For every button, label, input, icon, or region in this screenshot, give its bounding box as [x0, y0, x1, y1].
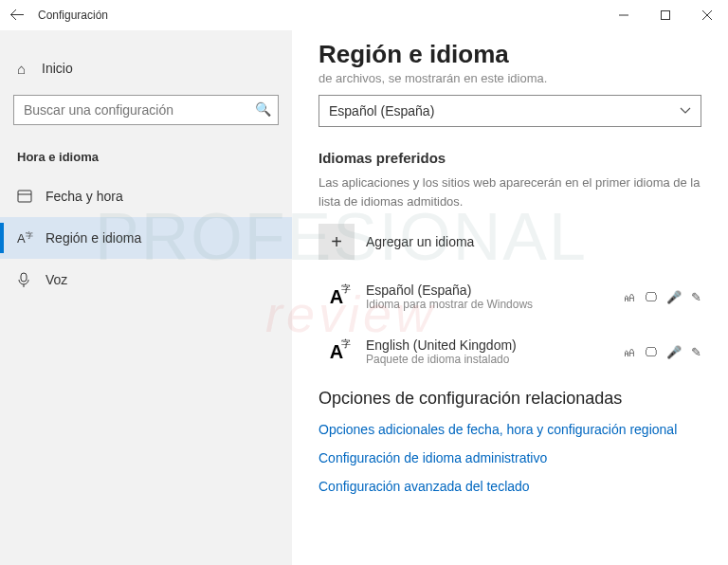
language-sub: Idioma para mostrar de Windows	[366, 298, 533, 311]
back-button[interactable]: 🡠	[9, 7, 38, 24]
related-settings: Opciones de configuración relacionadas O…	[318, 389, 701, 494]
minimize-icon	[619, 10, 628, 20]
preferred-languages-desc: Las aplicaciones y los sitios web aparec…	[318, 173, 701, 210]
svg-rect-1	[662, 11, 670, 20]
clock-icon	[17, 189, 46, 204]
svg-rect-4	[18, 191, 31, 202]
plus-icon: +	[318, 224, 355, 260]
page-title: Región e idioma	[318, 40, 701, 69]
tts-icon: 🗚	[623, 345, 635, 359]
handwriting-icon: ✎	[691, 345, 701, 359]
language-glyph-icon: A字	[318, 334, 355, 370]
svg-rect-6	[21, 273, 27, 282]
nav-voz[interactable]: Voz	[0, 259, 292, 301]
speech-icon: 🖵	[645, 290, 657, 304]
nav-label: Voz	[46, 272, 67, 287]
dropdown-value: Español (España)	[329, 103, 434, 118]
related-link-regional[interactable]: Opciones adicionales de fecha, hora y co…	[318, 422, 701, 437]
chevron-down-icon	[680, 107, 691, 115]
nav-label: Región e idioma	[46, 230, 141, 246]
language-item-es[interactable]: A字 Español (España) Idioma para mostrar …	[318, 279, 701, 315]
language-glyph-icon: A字	[318, 279, 355, 315]
nav-fecha-y-hora[interactable]: Fecha y hora	[0, 175, 292, 217]
main-content: Región e idioma de archivos, se mostrará…	[292, 30, 728, 565]
nav-label: Fecha y hora	[46, 189, 123, 204]
window-controls	[603, 0, 728, 30]
language-sub: Paquete de idioma instalado	[366, 353, 517, 366]
sidebar: ⌂ Inicio 🔍 Hora e idioma Fecha y hora A字…	[0, 30, 292, 565]
add-language-label: Agregar un idioma	[366, 234, 474, 249]
home-icon: ⌂	[17, 61, 42, 77]
related-link-keyboard[interactable]: Configuración avanzada del teclado	[318, 479, 701, 494]
close-button[interactable]	[686, 0, 728, 30]
related-link-admin-language[interactable]: Configuración de idioma administrativo	[318, 450, 701, 465]
maximize-button[interactable]	[645, 0, 686, 30]
maximize-icon	[661, 10, 670, 20]
window-title: Configuración	[38, 9, 108, 22]
handwriting-icon: ✎	[691, 290, 701, 304]
language-name: Español (España)	[366, 282, 533, 298]
language-features: 🗚 🖵 🎤 ✎	[623, 290, 701, 304]
truncated-text: de archivos, se mostrarán en este idioma…	[318, 71, 701, 85]
language-icon: A字	[17, 229, 46, 246]
language-features: 🗚 🖵 🎤 ✎	[623, 345, 701, 359]
minimize-button[interactable]	[603, 0, 645, 30]
keyboard-icon: 🎤	[666, 290, 682, 304]
speech-icon: 🖵	[645, 345, 657, 359]
search-icon: 🔍	[255, 101, 271, 117]
category-label: Hora e idioma	[0, 138, 292, 175]
preferred-languages-title: Idiomas preferidos	[318, 150, 701, 166]
keyboard-icon: 🎤	[666, 345, 682, 359]
add-language-button[interactable]: + Agregar un idioma	[318, 224, 701, 260]
nav-region-e-idioma[interactable]: A字 Región e idioma	[0, 217, 292, 259]
search-input[interactable]	[13, 95, 279, 125]
home-nav[interactable]: ⌂ Inicio	[0, 49, 292, 87]
search-box[interactable]: 🔍	[13, 95, 279, 125]
related-title: Opciones de configuración relacionadas	[318, 389, 701, 409]
language-name: English (United Kingdom)	[366, 337, 517, 353]
home-label: Inicio	[42, 61, 73, 76]
display-language-dropdown[interactable]: Español (España)	[318, 95, 701, 127]
close-icon	[702, 10, 712, 20]
microphone-icon	[17, 272, 46, 287]
language-item-en[interactable]: A字 English (United Kingdom) Paquete de i…	[318, 334, 701, 370]
tts-icon: 🗚	[623, 290, 635, 304]
